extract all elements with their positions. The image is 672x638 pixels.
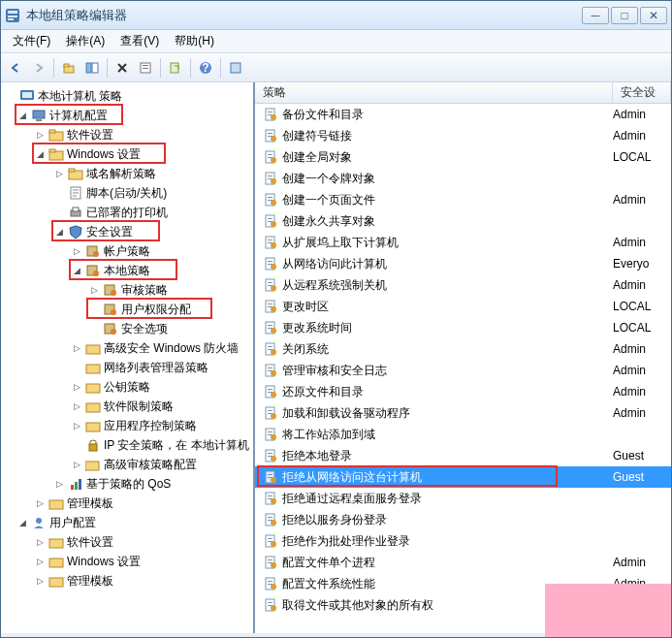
expander-icon[interactable]: ▷	[71, 245, 82, 257]
menu-file[interactable]: 文件(F)	[5, 30, 58, 52]
expander-icon[interactable]: ◢	[16, 517, 28, 528]
list-row[interactable]: 还原文件和目录Admin	[255, 381, 671, 402]
tree-label: 域名解析策略	[86, 166, 156, 182]
column-setting[interactable]: 安全设	[613, 82, 671, 103]
expander-icon[interactable]: ▷	[71, 342, 82, 354]
menu-help[interactable]: 帮助(H)	[167, 30, 222, 52]
list-row[interactable]: 从网络访问此计算机Everyo	[255, 253, 671, 274]
svg-point-144	[271, 584, 276, 590]
expander-icon[interactable]: ▷	[34, 129, 46, 141]
list-header: 策略 安全设	[255, 82, 671, 104]
list-row[interactable]: 创建一个页面文件Admin	[255, 189, 671, 210]
list-row[interactable]: 加载和卸载设备驱动程序Admin	[255, 402, 671, 424]
menu-view[interactable]: 查看(V)	[112, 30, 167, 52]
list-row[interactable]: 更改时区LOCAL	[255, 296, 671, 317]
export-button[interactable]	[165, 57, 186, 79]
close-button[interactable]: ✕	[640, 7, 667, 24]
tree-firewall[interactable]: ▷高级安全 Windows 防火墙	[1, 338, 253, 358]
tree-user-config[interactable]: ◢用户配置	[1, 513, 253, 532]
tree-scripts[interactable]: 脚本(启动/关机)	[1, 183, 253, 203]
tree-security-settings[interactable]: ◢安全设置	[1, 222, 253, 241]
list-row[interactable]: 更改系统时间LOCAL	[255, 317, 671, 338]
list-row[interactable]: 从扩展坞上取下计算机Admin	[255, 232, 671, 253]
tree-software-restriction[interactable]: ▷软件限制策略	[1, 397, 253, 416]
minimize-button[interactable]: ─	[582, 7, 609, 24]
delete-button[interactable]	[112, 57, 133, 79]
tree-label: 用户权限分配	[121, 302, 191, 318]
tree-u-windows[interactable]: ▷Windows 设置	[1, 552, 253, 571]
expander-icon[interactable]: ◢	[16, 110, 28, 121]
list-row[interactable]: 从远程系统强制关机Admin	[255, 274, 671, 296]
expander-icon[interactable]: ▷	[53, 168, 65, 179]
expander-icon[interactable]	[5, 90, 16, 102]
expander-icon[interactable]: ▷	[34, 575, 46, 587]
tree-account-policies[interactable]: ▷帐户策略	[1, 241, 253, 261]
expander-icon[interactable]: ▷	[34, 536, 46, 548]
tree-app-control[interactable]: ▷应用程序控制策略	[1, 416, 253, 435]
expander-icon[interactable]: ▷	[71, 381, 82, 393]
policy-icon	[103, 321, 118, 336]
expander-icon[interactable]: ▷	[34, 556, 46, 567]
tree-u-software[interactable]: ▷软件设置	[1, 532, 253, 552]
tree-windows-settings[interactable]: ◢Windows 设置	[1, 144, 253, 164]
list-row[interactable]: 拒绝本地登录Guest	[255, 445, 671, 466]
tree-user-rights[interactable]: 用户权限分配	[1, 300, 253, 319]
list-row[interactable]: 管理审核和安全日志Admin	[255, 360, 671, 381]
expander-icon[interactable]: ▷	[88, 284, 100, 296]
list-row[interactable]: 配置文件单个进程Admin	[255, 552, 671, 573]
expander-icon[interactable]: ▷	[53, 478, 65, 490]
tree-computer-config[interactable]: ◢计算机配置	[1, 106, 253, 125]
tree-root[interactable]: 本地计算机 策略	[1, 86, 253, 106]
list-row[interactable]: 将工作站添加到域	[255, 424, 671, 445]
expander-icon[interactable]: ▷	[34, 497, 46, 509]
back-button[interactable]	[5, 57, 26, 79]
menu-action[interactable]: 操作(A)	[58, 30, 112, 52]
tree-public-key[interactable]: ▷公钥策略	[1, 377, 253, 397]
help-button[interactable]: ?	[195, 57, 216, 79]
column-policy[interactable]: 策略	[255, 82, 613, 103]
tree-qos[interactable]: ▷基于策略的 QoS	[1, 474, 253, 494]
expander-icon[interactable]: ▷	[71, 420, 82, 431]
policy-item-icon	[263, 320, 278, 335]
forward-button[interactable]	[28, 57, 49, 79]
list-row[interactable]: 创建永久共享对象	[255, 210, 671, 232]
tree-network-list[interactable]: 网络列表管理器策略	[1, 358, 253, 377]
list-row[interactable]: 备份文件和目录Admin	[255, 104, 671, 125]
expander-icon[interactable]: ◢	[34, 148, 46, 160]
tree-ip-security[interactable]: IP 安全策略，在 本地计算机	[1, 435, 253, 455]
list-row[interactable]: 关闭系统Admin	[255, 338, 671, 360]
list-row[interactable]: 创建全局对象LOCAL	[255, 146, 671, 168]
tree-audit-policy[interactable]: ▷审核策略	[1, 280, 253, 300]
show-hide-button[interactable]	[81, 57, 103, 79]
policy-setting: Admin	[613, 129, 671, 143]
expander-icon[interactable]: ▷	[71, 459, 82, 470]
list-row[interactable]: 拒绝从网络访问这台计算机Guest	[255, 466, 671, 488]
properties-button[interactable]	[135, 57, 156, 79]
window: 本地组策略编辑器 ─ □ ✕ 文件(F) 操作(A) 查看(V) 帮助(H) ?…	[0, 0, 672, 638]
expander-icon[interactable]: ▷	[71, 400, 82, 412]
list-row[interactable]: 拒绝通过远程桌面服务登录	[255, 488, 671, 509]
maximize-button[interactable]: □	[611, 7, 638, 24]
list-row[interactable]: 拒绝以服务身份登录	[255, 509, 671, 530]
up-button[interactable]	[58, 57, 80, 79]
svg-rect-22	[49, 149, 55, 152]
policy-item-icon	[263, 363, 278, 378]
tree-admin-templates[interactable]: ▷管理模板	[1, 494, 253, 513]
tree-security-options[interactable]: 安全选项	[1, 319, 253, 338]
folder-icon	[85, 399, 101, 414]
tree-u-admin[interactable]: ▷管理模板	[1, 571, 253, 590]
tree-software-settings[interactable]: ▷软件设置	[1, 125, 253, 144]
tree-pane[interactable]: 本地计算机 策略 ◢计算机配置 ▷软件设置 ◢Windows 设置 ▷域名解析策…	[1, 82, 255, 633]
tree-dns-policy[interactable]: ▷域名解析策略	[1, 164, 253, 183]
tree-printers[interactable]: 已部署的打印机	[1, 203, 253, 222]
folder-icon	[48, 495, 64, 511]
list-row[interactable]: 拒绝作为批处理作业登录	[255, 530, 671, 552]
expander-icon[interactable]: ◢	[71, 265, 82, 276]
list-body[interactable]: 备份文件和目录Admin创建符号链接Admin创建全局对象LOCAL创建一个令牌…	[255, 104, 671, 633]
tree-advanced-audit[interactable]: ▷高级审核策略配置	[1, 455, 253, 474]
expander-icon[interactable]: ◢	[53, 226, 65, 238]
refresh-button[interactable]	[225, 57, 246, 79]
tree-local-policies[interactable]: ◢本地策略	[1, 261, 253, 280]
list-row[interactable]: 创建一个令牌对象	[255, 168, 671, 189]
list-row[interactable]: 创建符号链接Admin	[255, 125, 671, 146]
